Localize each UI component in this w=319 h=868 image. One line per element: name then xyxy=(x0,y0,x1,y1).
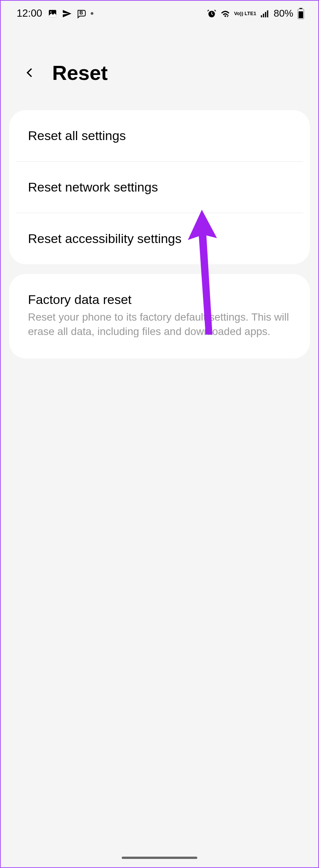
battery-percent: 80% xyxy=(274,8,293,19)
header: Reset xyxy=(1,23,318,103)
send-icon xyxy=(62,9,72,19)
svg-rect-5 xyxy=(263,14,264,17)
status-left: 12:00 B xyxy=(17,8,93,19)
reset-all-settings-item[interactable]: Reset all settings xyxy=(9,110,310,161)
status-bar: 12:00 B Vo)) LTE1 80% xyxy=(1,1,318,23)
page-title: Reset xyxy=(52,61,108,84)
lte-icon: Vo)) LTE1 xyxy=(234,11,256,16)
svg-rect-4 xyxy=(261,15,262,17)
signal-icon xyxy=(260,9,270,19)
svg-rect-6 xyxy=(265,12,266,17)
back-button[interactable] xyxy=(22,65,37,80)
factory-data-reset-item[interactable]: Factory data reset Reset your phone to i… xyxy=(9,274,310,358)
wifi-icon xyxy=(220,9,230,19)
svg-text:B: B xyxy=(79,10,83,16)
factory-reset-card: Factory data reset Reset your phone to i… xyxy=(9,274,310,358)
status-time: 12:00 xyxy=(17,8,42,19)
chevron-left-icon xyxy=(23,65,36,81)
reset-options-card: Reset all settings Reset network setting… xyxy=(9,110,310,264)
notification-dot-icon xyxy=(91,12,93,15)
b-badge-icon: B xyxy=(76,9,86,19)
gallery-icon xyxy=(48,9,57,19)
factory-reset-title: Factory data reset xyxy=(28,292,291,307)
status-right: Vo)) LTE1 80% xyxy=(207,8,305,19)
factory-reset-description: Reset your phone to its factory default … xyxy=(28,310,291,339)
reset-network-settings-item[interactable]: Reset network settings xyxy=(9,162,310,213)
svg-point-1 xyxy=(50,11,51,12)
svg-rect-7 xyxy=(267,10,268,17)
battery-icon xyxy=(297,8,305,19)
reset-accessibility-settings-item[interactable]: Reset accessibility settings xyxy=(9,213,310,264)
home-indicator[interactable] xyxy=(122,857,197,859)
alarm-icon xyxy=(207,9,217,19)
svg-rect-10 xyxy=(299,11,303,18)
